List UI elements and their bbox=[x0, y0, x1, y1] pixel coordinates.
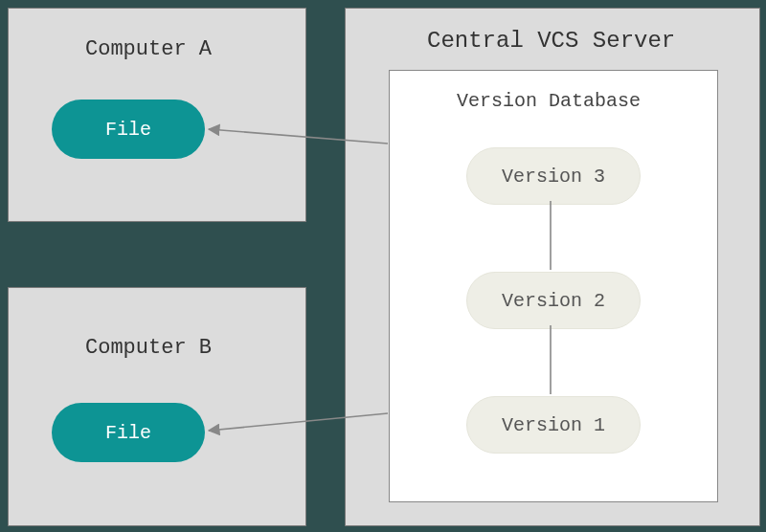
version-3-label: Version 3 bbox=[502, 166, 605, 188]
server-title: Central VCS Server bbox=[427, 28, 675, 54]
version-1-label: Version 1 bbox=[502, 414, 605, 436]
file-a-label: File bbox=[105, 119, 151, 141]
version-3-pill: Version 3 bbox=[466, 147, 641, 205]
version-2-pill: Version 2 bbox=[466, 272, 641, 329]
version-database-box: Version Database Version 3 Version 2 Ver… bbox=[389, 70, 718, 502]
file-b-label: File bbox=[105, 422, 151, 444]
computer-b-panel: Computer B File bbox=[8, 287, 306, 526]
file-a-pill: File bbox=[52, 100, 205, 159]
computer-a-panel: Computer A File bbox=[8, 8, 306, 222]
computer-a-title: Computer A bbox=[85, 37, 212, 61]
version-2-label: Version 2 bbox=[502, 290, 605, 312]
file-b-pill: File bbox=[52, 403, 205, 462]
server-panel: Central VCS Server Version Database Vers… bbox=[345, 8, 760, 526]
version-1-pill: Version 1 bbox=[466, 396, 641, 454]
computer-b-title: Computer B bbox=[85, 336, 212, 360]
version-database-title: Version Database bbox=[457, 90, 641, 112]
